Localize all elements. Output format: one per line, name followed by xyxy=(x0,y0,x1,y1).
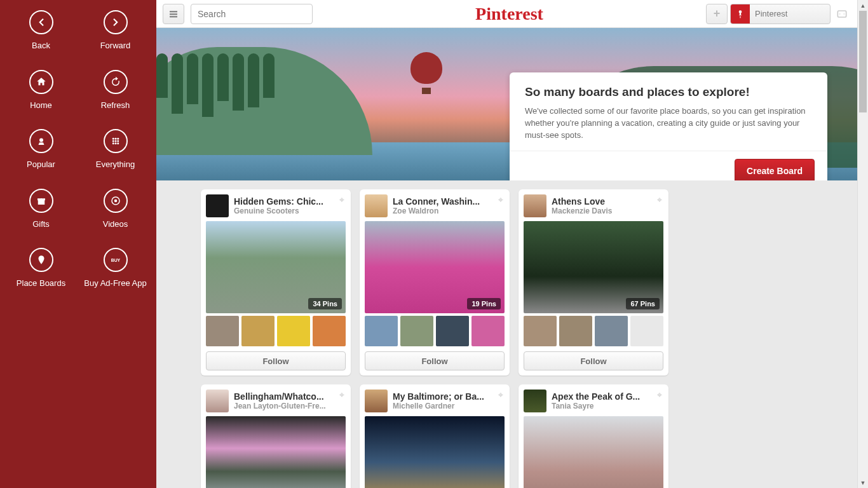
avatar xyxy=(206,390,229,412)
location-icon: ⌖ xyxy=(498,390,505,400)
hero-title: So many boards and places to explore! xyxy=(525,85,812,99)
add-button[interactable]: + xyxy=(706,4,728,24)
location-icon: ⌖ xyxy=(657,390,663,400)
thumbnail xyxy=(400,316,433,346)
place-icon xyxy=(29,248,53,272)
follow-button[interactable]: Follow xyxy=(365,351,505,370)
sidebar-item-forward[interactable]: Forward xyxy=(78,10,153,51)
thumbnail xyxy=(524,316,557,346)
board-author: Tania Sayre xyxy=(552,402,663,410)
scroll-down-button[interactable]: ▼ xyxy=(858,477,868,488)
thumbnail xyxy=(559,316,592,346)
sidebar-item-home[interactable]: Home xyxy=(4,70,78,111)
svg-point-5 xyxy=(114,140,116,142)
sidebar-item-back[interactable]: Back xyxy=(4,10,78,51)
board-title: Hidden Gems: Chic... xyxy=(234,196,346,207)
svg-point-2 xyxy=(114,138,116,140)
board-hero-image: 67 Pins xyxy=(524,221,663,313)
board-card[interactable]: Hidden Gems: Chic... Genuine Scooters ⌖ … xyxy=(201,189,351,376)
board-hero-image xyxy=(365,416,505,488)
avatar xyxy=(365,194,388,217)
brand-logo[interactable]: Pinterest xyxy=(319,4,700,24)
sidebar-item-refresh[interactable]: Refresh xyxy=(78,70,153,111)
sidebar-item-everything[interactable]: Everything xyxy=(78,129,153,170)
create-board-button[interactable]: Create Board xyxy=(735,159,815,180)
search-input[interactable] xyxy=(198,9,309,19)
hero-card: So many boards and places to explore! We… xyxy=(510,72,827,180)
board-title: La Conner, Washin... xyxy=(393,196,505,207)
board-hero-image: 34 Pins xyxy=(206,221,346,313)
sidebar-label: Popular xyxy=(27,159,55,170)
sidebar-label: Forward xyxy=(100,41,131,51)
avatar xyxy=(206,194,229,217)
avatar xyxy=(524,390,546,412)
pin-count-badge: 19 Pins xyxy=(467,298,501,309)
thumbnail xyxy=(595,316,628,346)
board-hero-image: 19 Pins xyxy=(365,221,505,313)
svg-point-7 xyxy=(112,142,114,144)
svg-point-4 xyxy=(112,140,114,142)
svg-text:BUY: BUY xyxy=(111,258,120,262)
gift-icon xyxy=(29,189,53,213)
svg-point-14 xyxy=(114,200,117,203)
follow-button[interactable]: Follow xyxy=(206,351,346,370)
scroll-up-button[interactable]: ▲ xyxy=(858,0,868,11)
board-card[interactable]: La Conner, Washin... Zoe Waldron ⌖ 19 Pi… xyxy=(360,189,510,376)
scroll-thumb[interactable] xyxy=(859,11,867,112)
follow-button[interactable]: Follow xyxy=(524,351,663,370)
svg-point-8 xyxy=(114,142,116,144)
brand-label: Pinterest xyxy=(475,4,543,24)
vertical-scrollbar[interactable]: ▲ ▼ xyxy=(857,0,868,488)
svg-rect-21 xyxy=(837,11,846,17)
board-author: Mackenzie Davis xyxy=(552,207,663,215)
pin-count-badge: 67 Pins xyxy=(626,298,660,309)
thumbnail xyxy=(471,316,505,346)
sidebar-label: Videos xyxy=(103,219,128,229)
sidebar-item-popular[interactable]: Popular xyxy=(4,129,78,170)
user-menu[interactable]: Pinterest xyxy=(730,4,831,24)
board-card[interactable]: Bellingham/Whatco... Jean Layton-Gluten-… xyxy=(201,384,351,488)
location-icon: ⌖ xyxy=(498,194,505,205)
pin-count-badge: 34 Pins xyxy=(308,298,342,309)
back-icon xyxy=(29,10,53,34)
everything-icon xyxy=(104,129,128,153)
board-title: Bellingham/Whatco... xyxy=(234,391,346,402)
thumbnail xyxy=(206,316,239,346)
boards-grid: Hidden Gems: Chic... Genuine Scooters ⌖ … xyxy=(156,180,857,488)
sidebar-item-videos[interactable]: Videos xyxy=(78,189,153,229)
sidebar-label: Place Boards xyxy=(17,278,65,288)
location-icon: ⌖ xyxy=(339,194,346,205)
board-author: Michelle Gardner xyxy=(393,402,505,410)
app-sidebar: Back Forward Home Refresh Popular Everyt… xyxy=(0,0,156,488)
notifications-button[interactable] xyxy=(833,4,851,24)
refresh-icon xyxy=(104,70,128,94)
menu-button[interactable] xyxy=(163,4,184,24)
sidebar-item-place-boards[interactable]: Place Boards xyxy=(4,248,78,288)
thumbnail xyxy=(630,316,663,346)
sidebar-label: Buy Ad-Free App xyxy=(84,278,146,288)
board-card[interactable]: Athens Love Mackenzie Davis ⌖ 67 Pins Fo… xyxy=(519,189,668,376)
board-card[interactable]: My Baltimore; or Ba... Michelle Gardner … xyxy=(360,384,510,488)
sidebar-label: Refresh xyxy=(101,100,130,111)
svg-point-23 xyxy=(844,13,845,15)
user-label: Pinterest xyxy=(750,9,787,18)
board-hero-image: 49 Pins xyxy=(206,416,346,488)
hero-body: We've collected some of our favorite pla… xyxy=(525,105,812,142)
sidebar-label: Back xyxy=(32,41,50,51)
board-title: Apex the Peak of G... xyxy=(552,391,663,402)
sidebar-label: Gifts xyxy=(32,219,50,229)
board-hero-image xyxy=(524,416,663,488)
sidebar-item-buy-adfree[interactable]: BUY Buy Ad-Free App xyxy=(78,248,153,288)
svg-point-22 xyxy=(839,13,841,15)
svg-rect-18 xyxy=(170,16,177,17)
search-field[interactable] xyxy=(191,4,313,24)
board-title: Athens Love xyxy=(552,196,663,207)
thumbnail xyxy=(313,316,346,346)
balloon-illustration xyxy=(410,52,442,94)
sidebar-item-gifts[interactable]: Gifts xyxy=(4,189,78,229)
popular-icon xyxy=(29,129,53,153)
topbar: Pinterest + Pinterest xyxy=(156,0,857,28)
avatar xyxy=(365,390,388,412)
board-author: Jean Layton-Gluten-Fre... xyxy=(234,402,346,410)
board-card[interactable]: Apex the Peak of G... Tania Sayre ⌖ xyxy=(519,384,668,488)
